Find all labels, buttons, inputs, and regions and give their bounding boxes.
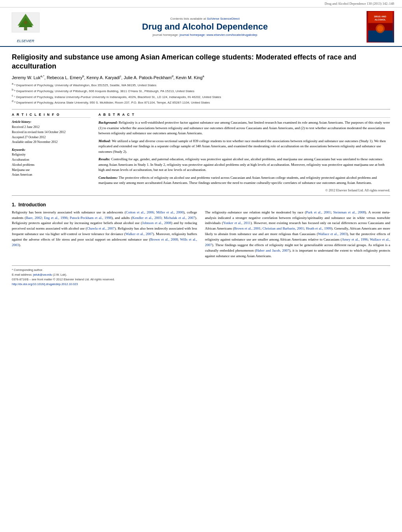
abstract-method: Method: We utilized a large and diverse … [98,139,390,155]
elsevier-logo-svg [10,11,41,38]
elsevier-text: ELSEVIER [8,39,43,43]
footnote-issn: 0376-8716/$ – see front matter © 2012 El… [12,278,390,281]
svg-text:ALCOHOL: ALCOHOL [374,19,386,21]
journal-cover-image: DRUG AND ALCOHOL [367,11,394,43]
keyword-5: Asian American [12,172,91,178]
background-label: Background: [98,120,118,124]
email-link[interactable]: jwluk@uw.edu [33,273,52,276]
journal-homepage: journal homepage: journal homepage: www.… [47,33,363,37]
affiliation-a: a ᵃ Department of Psychology, University… [12,82,390,88]
divider-1 [12,109,390,109]
intro-title: 1. Introduction [12,202,390,208]
keyword-3: Alcohol problems [12,163,91,168]
keyword-1: Religiosity [12,152,91,158]
abstract-results: Results: Controlling for age, gender, an… [98,157,390,173]
method-text: We utilized a large and diverse cross-se… [98,139,386,154]
intro-left-col: Religiosity has been inversely associate… [12,210,197,259]
svg-point-11 [377,26,383,32]
abstract-conclusions: Conclusions: The protective effects of r… [98,175,390,186]
footnote-corresponding: * Corresponding author. [12,268,390,272]
history-online: Available online 20 November 2012 [12,140,91,145]
research-word: research [289,221,301,225]
page-footer: * Corresponding author. E-mail address: … [12,265,390,286]
authors-line: Jeremy W. Luka,*, Rebecca L. Emeryb, Ken… [12,74,390,80]
copyright-line: © 2012 Elsevier Ireland Ltd. All rights … [98,188,390,192]
abstract-col: A B S T R A C T Background: Religiosity … [98,113,390,192]
conclusions-label: Conclusions: [98,176,118,180]
sciverse-link[interactable]: SciVerse ScienceDirect [207,17,239,20]
elsevier-logo: ELSEVIER [8,11,43,43]
intro-right-text: The religiosity–substance use relation m… [205,210,391,259]
article-title: Religiosity and substance use among Asia… [12,53,390,71]
affiliation-d: d ᵈ Department of Psychology, Arizona St… [12,99,390,105]
article-info-col: A R T I C L E I N F O Article history: R… [12,113,91,192]
introduction-section: 1. Introduction Religiosity has been inv… [12,202,390,259]
history-revised: Received in revised form 14 October 2012 [12,130,91,135]
keywords-label: Keywords: [12,148,91,152]
intro-right-col: The religiosity–substance use relation m… [205,210,391,259]
footnote-email: E-mail address: jwluk@uw.edu (J.W. Luk). [12,273,390,276]
abstract-background: Background: Religiosity is a well-establ… [98,120,390,136]
journal-center: Contents lists available at SciVerse Sci… [47,17,363,37]
journal-header: ELSEVIER Contents lists available at Sci… [0,7,402,47]
article-info-abstract: A R T I C L E I N F O Article history: R… [12,113,390,192]
history-received: Received 2 June 2012 [12,125,91,130]
results-label: Results: [98,157,110,161]
keyword-2: Acculturation [12,158,91,163]
method-label: Method: [98,139,111,143]
cover-svg: DRUG AND ALCOHOL [368,11,393,43]
article-info-heading: A R T I C L E I N F O [12,113,91,118]
journal-url[interactable]: journal homepage: www.elsevier.com/locat… [180,33,257,37]
results-text: Controlling for age, gender, and paterna… [98,157,385,172]
footnote-doi: http://dx.doi.org/10.1016/j.drugalcdep.2… [12,282,390,286]
intro-left-text: Religiosity has been inversely associate… [12,210,197,248]
intro-body: Religiosity has been inversely associate… [12,210,390,259]
journal-reference: Drug and Alcohol Dependence 130 (2013) 1… [324,2,394,6]
keyword-4: Marijuana use [12,168,91,173]
svg-point-4 [24,21,27,24]
affiliation-b: b ᵇ Department of Psychology, University… [12,88,390,94]
affiliation-c: c ᶜ Department of Psychology, Indiana Un… [12,94,390,100]
history-label: Article history: [12,120,91,124]
svg-text:DRUG AND: DRUG AND [374,15,386,18]
conclusions-text: The protective effects of religiosity on… [98,176,377,185]
main-content: Religiosity and substance use among Asia… [0,47,402,293]
background-text: Religiosity is a well-established protec… [98,120,390,135]
history-accepted: Accepted 27 October 2012 [12,135,91,140]
top-bar: Drug and Alcohol Dependence 130 (2013) 1… [0,0,402,7]
abstract-heading: A B S T R A C T [98,113,390,118]
divider-2 [12,195,390,196]
affiliations: a ᵃ Department of Psychology, University… [12,82,390,105]
journal-title: Drug and Alcohol Dependence [47,22,363,32]
sciverse-line: Contents lists available at SciVerse Sci… [47,17,363,20]
